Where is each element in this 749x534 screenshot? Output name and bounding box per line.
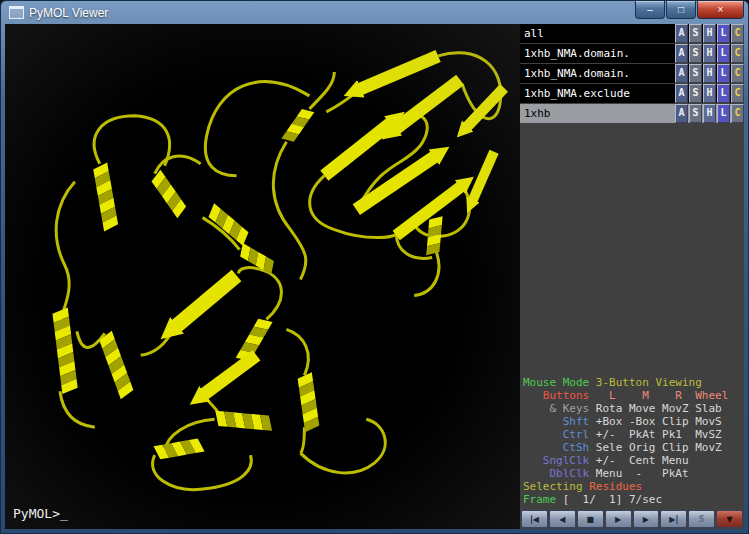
- frame-counter[interactable]: Frame [ 1/ 1] 7/sec: [523, 493, 744, 506]
- side-panel: allASHLC1xhb_NMA.domain.ASHLC1xhb_NMA.do…: [520, 24, 744, 529]
- action-button-L[interactable]: L: [717, 64, 730, 83]
- text-segment: CtSh: [523, 441, 596, 454]
- action-button-S[interactable]: S: [689, 104, 702, 123]
- maximize-button[interactable]: □: [666, 1, 696, 19]
- object-row[interactable]: 1xhb_NMA.excludeASHLC: [520, 84, 744, 103]
- action-button-S[interactable]: S: [689, 44, 702, 63]
- object-name[interactable]: 1xhb: [520, 104, 674, 123]
- viewport-3d[interactable]: PyMOL>_: [5, 24, 520, 529]
- object-row[interactable]: allASHLC: [520, 24, 744, 43]
- text-segment: DblClk: [523, 467, 596, 480]
- text-segment: Residues: [589, 480, 642, 493]
- snglclk-row: SnglClk +/- Cent Menu: [523, 454, 744, 467]
- protein-structure: [5, 24, 520, 529]
- selecting-mode[interactable]: Selecting Residues: [523, 480, 744, 493]
- playback-go-to-start-button[interactable]: |◀: [521, 510, 548, 528]
- action-button-L[interactable]: L: [717, 104, 730, 123]
- playback-go-to-end-button[interactable]: ▶|: [660, 510, 687, 528]
- ctsh-row: CtSh Sele Orig Clip MovZ: [523, 441, 744, 454]
- pymol-window: PyMOL Viewer –□× PyMOL>_ allASHLC1xhb_NM…: [0, 0, 749, 534]
- action-button-C[interactable]: C: [731, 44, 744, 63]
- action-button-L[interactable]: L: [717, 84, 730, 103]
- mouse-mode-header[interactable]: Mouse Mode 3-Button Viewing: [523, 376, 744, 389]
- object-name[interactable]: 1xhb_NMA.domain.: [520, 64, 674, 83]
- titlebar[interactable]: PyMOL Viewer –□×: [5, 1, 744, 24]
- text-segment: +Box -Box Clip MovS: [596, 415, 722, 428]
- object-name[interactable]: 1xhb_NMA.exclude: [520, 84, 674, 103]
- action-button-S[interactable]: S: [689, 24, 702, 43]
- text-segment: Mouse Mode: [523, 376, 596, 389]
- action-button-C[interactable]: C: [731, 84, 744, 103]
- action-button-A[interactable]: A: [675, 104, 688, 123]
- playback-step-forward-button[interactable]: ▶: [633, 510, 660, 528]
- object-row[interactable]: 1xhb_NMA.domain.ASHLC: [520, 44, 744, 63]
- text-segment: Sele Orig Clip MovZ: [596, 441, 722, 454]
- text-segment: Selecting: [523, 480, 589, 493]
- window-content: PyMOL>_ allASHLC1xhb_NMA.domain.ASHLC1xh…: [5, 24, 744, 529]
- object-row[interactable]: 1xhb_NMA.domain.ASHLC: [520, 64, 744, 83]
- action-button-L[interactable]: L: [717, 24, 730, 43]
- playback-play-button[interactable]: ▶: [605, 510, 632, 528]
- text-segment: +/- PkAt Pk1 MvSZ: [596, 428, 722, 441]
- text-segment: Buttons: [523, 389, 596, 402]
- command-prompt[interactable]: PyMOL>_: [13, 506, 68, 521]
- ctrl-row: Ctrl +/- PkAt Pk1 MvSZ: [523, 428, 744, 441]
- text-segment: Shft: [523, 415, 596, 428]
- playback-scene-button[interactable]: S: [688, 510, 715, 528]
- text-segment: SnglClk: [523, 454, 596, 467]
- text-segment: Ctrl: [523, 428, 596, 441]
- playback-stop-button[interactable]: ■: [577, 510, 604, 528]
- window-controls: –□×: [635, 1, 744, 19]
- playback-step-back-button[interactable]: ◀: [549, 510, 576, 528]
- close-button[interactable]: ×: [697, 1, 744, 19]
- action-button-C[interactable]: C: [731, 64, 744, 83]
- text-segment: Rota Move MovZ Slab: [596, 402, 722, 415]
- window-title: PyMOL Viewer: [29, 6, 108, 20]
- action-button-A[interactable]: A: [675, 44, 688, 63]
- playback-menu-button[interactable]: ▼: [716, 510, 743, 528]
- mouse-mode-panel: Mouse Mode 3-Button Viewing Buttons L M …: [520, 373, 744, 508]
- action-button-H[interactable]: H: [703, 24, 716, 43]
- object-list: allASHLC1xhb_NMA.domain.ASHLC1xhb_NMA.do…: [520, 24, 744, 124]
- dblclk-row: DblClk Menu - PkAt: [523, 467, 744, 480]
- playback-controls: |◀◀■▶▶▶|S▼: [520, 508, 744, 529]
- action-button-L[interactable]: L: [717, 44, 730, 63]
- action-button-H[interactable]: H: [703, 84, 716, 103]
- text-segment: Menu - PkAt: [596, 467, 689, 480]
- text-segment: +/- Cent Menu: [596, 454, 689, 467]
- action-button-S[interactable]: S: [689, 84, 702, 103]
- object-row[interactable]: 1xhbASHLC: [520, 104, 744, 123]
- minimize-button[interactable]: –: [635, 1, 665, 19]
- text-segment: [ 1/ 1] 7/sec: [563, 493, 662, 506]
- action-button-H[interactable]: H: [703, 104, 716, 123]
- action-button-A[interactable]: A: [675, 64, 688, 83]
- shift-row: Shft +Box -Box Clip MovS: [523, 415, 744, 428]
- text-segment: 3-Button Viewing: [596, 376, 702, 389]
- action-button-A[interactable]: A: [675, 84, 688, 103]
- keys-row: & Keys Rota Move MovZ Slab: [523, 402, 744, 415]
- action-button-H[interactable]: H: [703, 64, 716, 83]
- text-segment: & Keys: [523, 402, 596, 415]
- buttons-row: Buttons L M R Wheel: [523, 389, 744, 402]
- action-button-H[interactable]: H: [703, 44, 716, 63]
- action-button-S[interactable]: S: [689, 64, 702, 83]
- object-name[interactable]: 1xhb_NMA.domain.: [520, 44, 674, 63]
- window-icon[interactable]: [9, 6, 24, 19]
- action-button-A[interactable]: A: [675, 24, 688, 43]
- action-button-C[interactable]: C: [731, 24, 744, 43]
- text-segment: Frame: [523, 493, 563, 506]
- action-button-C[interactable]: C: [731, 104, 744, 123]
- object-name[interactable]: all: [520, 24, 674, 43]
- text-segment: L M R Wheel: [596, 389, 728, 402]
